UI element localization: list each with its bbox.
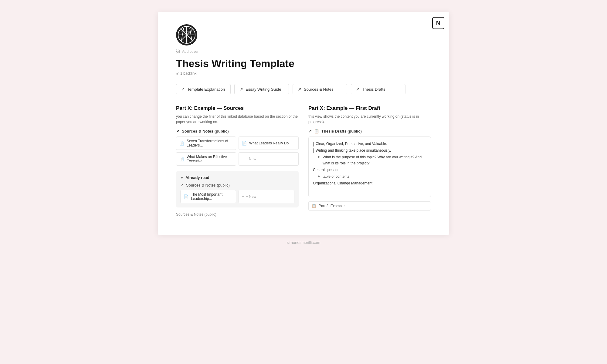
add-cover-button[interactable]: 🖼 Add cover: [176, 49, 431, 54]
external-link-icon: ↗: [239, 87, 243, 92]
db-header-icon: 📋: [314, 129, 319, 133]
doc-icon: 📄: [242, 141, 247, 146]
db-item-label: Seven Transformations of Leaders...: [187, 139, 233, 147]
already-read-grid: 📄 The Most Important Leadership... + + N…: [180, 190, 294, 203]
db-item-seven-transformations[interactable]: 📄 Seven Transformations of Leaders...: [176, 136, 236, 150]
part2-link[interactable]: 📋 Part 2: Example: [308, 201, 431, 211]
already-read-toggle[interactable]: ▼ Already read: [180, 175, 294, 180]
part2-label: Part 2: Example: [319, 204, 344, 208]
already-read-section: ▼ Already read ↗ Sources & Notes (public…: [176, 171, 299, 207]
bar-icon: [313, 148, 314, 153]
new-button-label: + New: [246, 194, 256, 199]
db-new-button[interactable]: + + New: [239, 152, 299, 166]
external-link-icon: ↗: [181, 87, 185, 92]
nav-link-template-explanation[interactable]: ↗ Template Explanation: [176, 84, 231, 94]
drafts-db-header[interactable]: ↗ 📋 Thesis Drafts (public): [308, 129, 431, 133]
draft-preview: Clear, Organized, Persuasive, and Valuab…: [308, 136, 431, 197]
image-icon: 🖼: [176, 49, 180, 54]
drafts-db-label: Thesis Drafts (public): [321, 129, 362, 133]
nav-link-label: Template Explanation: [187, 87, 225, 92]
left-section-desc: you can change the filter of this linked…: [176, 114, 299, 125]
right-section-desc: this view shows the content you are curr…: [308, 114, 431, 125]
draft-line-6: Organizational Change Management: [313, 180, 426, 186]
already-read-label: Already read: [185, 175, 209, 180]
triangle-icon: ▼: [180, 176, 184, 180]
notion-logo: N: [432, 17, 444, 29]
draft-text: Organizational Change Management: [313, 180, 372, 186]
draft-line-4: Central question:: [313, 167, 426, 173]
db-item-what-leaders[interactable]: 📄 What Leaders Really Do: [239, 136, 299, 150]
left-section-title: Part X: Example — Sources: [176, 105, 299, 111]
already-read-db-header[interactable]: ↗ Sources & Notes (public): [180, 183, 294, 187]
external-link-icon: ↗: [298, 87, 301, 92]
sources-db-grid: 📄 Seven Transformations of Leaders... 📄 …: [176, 136, 299, 166]
nav-link-sources-notes[interactable]: ↗ Sources & Notes: [293, 84, 347, 94]
already-read-db-label: Sources & Notes (public): [186, 183, 230, 187]
doc-icon: 📋: [312, 204, 316, 208]
left-column: Part X: Example — Sources you can change…: [176, 105, 299, 217]
draft-text: Writing and thinking take place simultan…: [316, 148, 391, 153]
draft-text: Clear, Organized, Persuasive, and Valuab…: [316, 141, 387, 147]
right-column: Part X: Example — First Draft this view …: [308, 105, 431, 217]
backlink-label: 1 backlink: [180, 71, 196, 76]
db-header-label: Sources & Notes (public): [182, 129, 229, 133]
new-button-label: + New: [246, 157, 256, 161]
triangle-icon: ▶: [318, 174, 320, 179]
nav-link-essay-writing-guide[interactable]: ↗ Essay Writing Guide: [234, 84, 289, 94]
draft-line-5: ▶ table of contents: [318, 174, 426, 180]
db-item-effective-executive[interactable]: 📄 What Makes an Effective Executive: [176, 152, 236, 166]
backlink-arrow-icon: ↙: [176, 71, 179, 76]
db-arrow-icon: ↗: [180, 183, 184, 187]
sources-db-header[interactable]: ↗ Sources & Notes (public): [176, 129, 299, 133]
footer-url: simonesmerilli.com: [287, 240, 320, 245]
nav-link-label: Sources & Notes: [304, 87, 334, 92]
draft-line-1: Clear, Organized, Persuasive, and Valuab…: [313, 141, 426, 147]
db-header-arrow-icon: ↗: [308, 129, 312, 133]
db-item-most-important[interactable]: 📄 The Most Important Leadership...: [180, 190, 236, 203]
db-item-label: What Leaders Really Do: [249, 141, 289, 145]
notion-page: N 🖼 Add cover Thesis Writing Template ↙ …: [158, 12, 449, 235]
triangle-icon: ▶: [318, 154, 320, 159]
footer: simonesmerilli.com: [287, 240, 320, 245]
doc-icon: 📄: [184, 194, 188, 199]
draft-text: table of contents: [323, 174, 349, 180]
plus-icon: +: [242, 194, 244, 199]
doc-icon: 📄: [179, 141, 184, 146]
draft-line-3: ▶ What is the purpose of this topic? Why…: [318, 154, 426, 166]
nav-links-bar: ↗ Template Explanation ↗ Essay Writing G…: [176, 84, 431, 94]
doc-icon: 📄: [179, 157, 184, 161]
db-item-label: The Most Important Leadership...: [191, 192, 233, 201]
right-section-title: Part X: Example — First Draft: [308, 105, 431, 111]
sources-footer: Sources & Notes (public): [176, 212, 299, 217]
main-content: Part X: Example — Sources you can change…: [176, 105, 431, 217]
page-title: Thesis Writing Template: [176, 58, 431, 69]
db-item-label: What Makes an Effective Executive: [187, 155, 233, 163]
draft-text: Central question:: [313, 167, 341, 173]
nav-link-label: Essay Writing Guide: [246, 87, 281, 92]
db-header-arrow-icon: ↗: [176, 129, 179, 133]
nav-link-label: Thesis Drafts: [362, 87, 385, 92]
backlink[interactable]: ↙ 1 backlink: [176, 71, 431, 76]
add-cover-label: Add cover: [182, 49, 198, 54]
draft-text: What is the purpose of this topic? Why a…: [323, 154, 426, 166]
already-read-new-button[interactable]: + + New: [239, 190, 294, 203]
nav-link-thesis-drafts[interactable]: ↗ Thesis Drafts: [351, 84, 405, 94]
external-link-icon: ↗: [356, 87, 360, 92]
plus-icon: +: [242, 157, 244, 161]
page-icon: [176, 24, 197, 46]
draft-line-2: Writing and thinking take place simultan…: [313, 148, 426, 153]
bar-icon: [313, 142, 314, 147]
